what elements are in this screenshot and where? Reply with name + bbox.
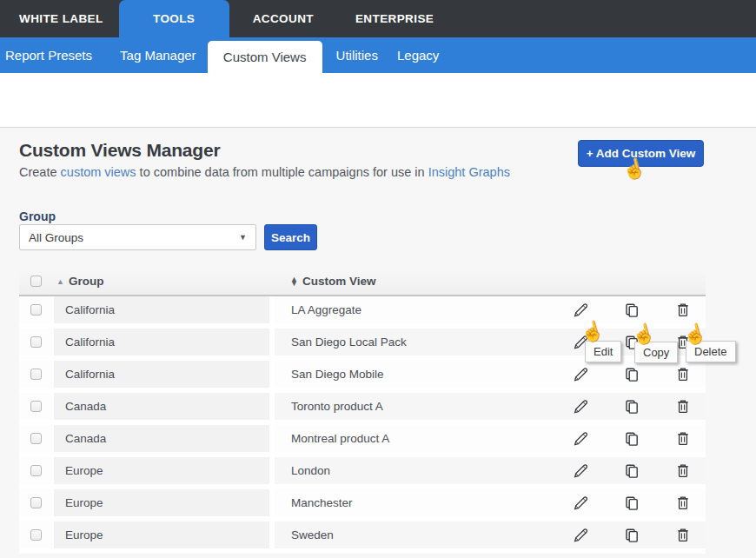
tools-sub-navigation: Report Presets Tag Manager Custom Views …: [0, 37, 756, 73]
table-row: California LA Aggregate: [19, 296, 706, 329]
group-cell: Europe: [54, 489, 275, 516]
group-cell: Canada: [54, 425, 275, 452]
delete-trash-icon[interactable]: [674, 398, 692, 415]
custom-view-value: London: [291, 464, 330, 477]
row-checkbox-cell: [19, 393, 54, 420]
custom-view-cell: Sweden: [275, 521, 706, 548]
custom-view-cell: San Diego Mobile: [275, 361, 706, 388]
search-button[interactable]: Search: [264, 224, 317, 250]
group-column-header[interactable]: ▲ Group: [54, 275, 275, 288]
page-title: Custom Views Manager: [19, 140, 220, 161]
custom-view-column-header[interactable]: ▲▼ Custom View: [275, 275, 706, 288]
custom-view-value: Manchester: [291, 496, 353, 509]
edit-pencil-icon[interactable]: [572, 495, 589, 512]
edit-pencil-icon[interactable]: [572, 398, 589, 415]
delete-trash-icon[interactable]: [674, 527, 692, 544]
table-row: California San Diego Mobile: [19, 361, 706, 393]
group-value: California: [65, 335, 115, 349]
add-custom-view-button[interactable]: + Add Custom View: [578, 140, 704, 167]
subnav-item-custom-views-active[interactable]: Custom Views: [208, 41, 322, 73]
group-filter-label: Group: [19, 209, 56, 223]
delete-tooltip: Delete: [686, 341, 736, 362]
delete-trash-icon[interactable]: [674, 302, 692, 319]
custom-view-value: San Diego Local Pack: [291, 335, 407, 349]
edit-pencil-icon[interactable]: [572, 366, 589, 383]
copy-icon[interactable]: [623, 527, 640, 544]
group-select-value: All Groups: [29, 231, 83, 244]
intro-text: to combine data from multiple campaigns …: [136, 165, 428, 179]
select-all-checkbox[interactable]: [30, 276, 42, 287]
nav-item-white-label[interactable]: WHITE LABEL: [19, 0, 103, 37]
row-checkbox[interactable]: [30, 336, 42, 348]
group-value: California: [65, 368, 115, 381]
table-row: Canada Toronto product A: [19, 393, 706, 425]
subnav-item-tag-manager[interactable]: Tag Manager: [120, 37, 196, 73]
copy-icon[interactable]: [623, 495, 640, 512]
custom-views-table: ▲ Group ▲▼ Custom View California LA Agg…: [19, 268, 706, 554]
copy-icon[interactable]: [623, 366, 640, 383]
group-value: Europe: [65, 464, 103, 477]
row-checkbox[interactable]: [30, 369, 42, 380]
row-checkbox[interactable]: [30, 497, 42, 508]
custom-view-cell: Montreal product A: [275, 425, 706, 452]
edit-pencil-icon[interactable]: [572, 430, 589, 448]
group-header-label: Group: [69, 275, 104, 288]
edit-pencil-icon[interactable]: [572, 302, 589, 319]
group-value: Canada: [65, 400, 106, 413]
custom-view-value: Sweden: [291, 528, 334, 541]
group-cell: Europe: [54, 457, 275, 484]
sort-ascending-icon: ▲: [56, 277, 64, 286]
delete-trash-icon[interactable]: [674, 462, 692, 480]
custom-view-cell: LA Aggregate: [275, 296, 706, 323]
copy-icon[interactable]: [623, 462, 640, 480]
subnav-item-report-presets[interactable]: Report Presets: [5, 37, 92, 73]
edit-pencil-icon[interactable]: [572, 462, 589, 480]
spacer-strip: [0, 73, 756, 127]
intro-text: Create: [19, 165, 61, 179]
delete-trash-icon[interactable]: [674, 366, 692, 383]
table-row: Europe Manchester: [19, 489, 706, 521]
subnav-item-utilities[interactable]: Utilities: [336, 37, 378, 73]
copy-icon[interactable]: [623, 398, 640, 415]
header-checkbox-cell: [19, 276, 54, 287]
custom-views-link[interactable]: custom views: [61, 165, 136, 179]
nav-item-tools-active[interactable]: TOOLS: [119, 0, 229, 37]
custom-view-cell: Manchester: [275, 489, 706, 516]
delete-trash-icon[interactable]: [674, 495, 692, 512]
top-navigation: WHITE LABEL TOOLS ACCOUNT ENTERPRISE: [0, 0, 756, 37]
row-checkbox-cell: [19, 296, 54, 323]
group-value: Canada: [65, 432, 106, 445]
table-body: California LA Aggregate California San D…: [19, 296, 706, 554]
group-cell: Canada: [54, 393, 275, 420]
row-checkbox[interactable]: [30, 304, 42, 316]
copy-icon[interactable]: [623, 302, 640, 319]
custom-view-value: LA Aggregate: [291, 303, 361, 316]
nav-item-account[interactable]: ACCOUNT: [253, 0, 314, 37]
insight-graphs-link[interactable]: Insight Graphs: [428, 165, 510, 179]
custom-view-cell: London: [275, 457, 706, 484]
group-cell: Europe: [54, 521, 275, 548]
row-checkbox[interactable]: [30, 401, 42, 412]
edit-tooltip: Edit: [585, 341, 621, 362]
table-row: Canada Montreal product A: [19, 425, 706, 457]
copy-icon[interactable]: [623, 430, 640, 448]
table-row: Europe Sweden: [19, 521, 706, 554]
row-checkbox-cell: [19, 361, 54, 388]
nav-item-enterprise[interactable]: ENTERPRISE: [355, 0, 434, 37]
edit-pencil-icon[interactable]: [572, 527, 589, 544]
row-checkbox[interactable]: [30, 465, 42, 476]
row-checkbox-cell: [19, 329, 54, 355]
custom-view-value: Montreal product A: [291, 432, 389, 445]
group-select-dropdown[interactable]: All Groups ▼: [19, 224, 256, 250]
subnav-item-legacy[interactable]: Legacy: [397, 37, 439, 73]
group-cell: California: [54, 296, 275, 323]
row-checkbox-cell: [19, 457, 54, 484]
group-value: Europe: [65, 528, 103, 541]
custom-view-cell: Toronto product A: [275, 393, 706, 420]
group-cell: California: [54, 361, 275, 388]
row-checkbox-cell: [19, 425, 54, 452]
delete-trash-icon[interactable]: [674, 430, 692, 448]
row-checkbox[interactable]: [30, 529, 42, 541]
row-checkbox[interactable]: [30, 433, 42, 444]
custom-view-value: Toronto product A: [291, 400, 383, 413]
